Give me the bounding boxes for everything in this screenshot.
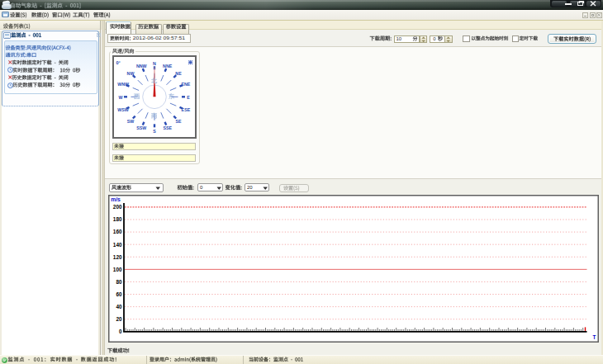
- svg-text:SW: SW: [126, 118, 134, 123]
- svg-text:E: E: [187, 94, 190, 99]
- svg-text:100: 100: [113, 266, 122, 272]
- svg-text:SE: SE: [175, 118, 182, 123]
- svg-text:ESE: ESE: [181, 107, 190, 112]
- svg-text:160: 160: [113, 229, 122, 234]
- svg-text:ENE: ENE: [181, 81, 190, 86]
- svg-text:WNW: WNW: [117, 81, 129, 86]
- svg-text:NNW: NNW: [135, 63, 146, 68]
- svg-text:60: 60: [116, 291, 122, 297]
- svg-text:80: 80: [116, 278, 122, 284]
- svg-text:200: 200: [113, 204, 122, 210]
- svg-text:NE: NE: [175, 70, 182, 75]
- svg-text:40: 40: [116, 304, 122, 310]
- svg-text:SSW: SSW: [136, 125, 146, 130]
- svg-text:0: 0: [119, 329, 122, 334]
- svg-text:0°: 0°: [116, 60, 120, 65]
- svg-text:T: T: [593, 333, 596, 339]
- svg-text:20: 20: [116, 316, 122, 322]
- svg-text:WSW: WSW: [117, 107, 129, 112]
- svg-text:140: 140: [113, 241, 122, 247]
- svg-text:S: S: [153, 128, 156, 133]
- svg-text:SSE: SSE: [163, 125, 172, 130]
- svg-text:m/s: m/s: [111, 196, 121, 202]
- svg-text:NW: NW: [126, 70, 134, 75]
- svg-text:120: 120: [113, 253, 122, 259]
- svg-text:NNE: NNE: [163, 63, 173, 68]
- svg-text:N: N: [153, 60, 156, 65]
- svg-text:W: W: [118, 94, 122, 99]
- svg-text:180: 180: [113, 216, 122, 222]
